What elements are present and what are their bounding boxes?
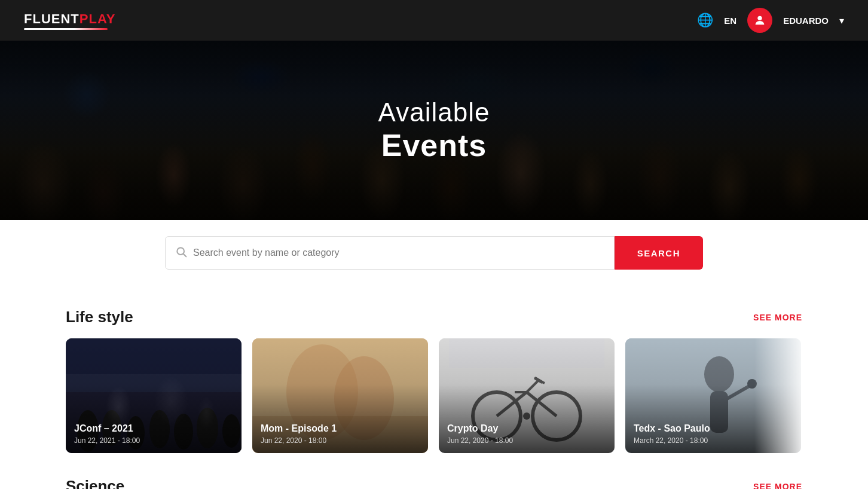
science-see-more[interactable]: SEE MORE xyxy=(753,482,802,490)
search-button[interactable]: SEARCH xyxy=(615,236,703,270)
card-tedx[interactable]: Tedx - Sao Paulo March 22, 2020 - 18:00 xyxy=(625,338,801,453)
avatar-icon xyxy=(753,14,766,27)
lifestyle-section-title: Life style xyxy=(66,308,133,326)
lifestyle-cards-container: JConf – 2021 Jun 22, 2021 - 18:00 xyxy=(66,338,802,453)
hero-title-line2: Events xyxy=(378,127,490,163)
science-section-header: Science SEE MORE xyxy=(66,477,802,489)
search-input[interactable] xyxy=(193,247,604,258)
card-jconf-info: JConf – 2021 Jun 22, 2021 - 18:00 xyxy=(74,423,140,445)
card-crypto[interactable]: Crypto Day Jun 22, 2020 - 18:00 xyxy=(439,338,615,453)
card-jconf-title: JConf – 2021 xyxy=(74,423,140,434)
search-input-wrap xyxy=(165,236,615,270)
svg-point-0 xyxy=(757,16,762,20)
lifestyle-section-header: Life style SEE MORE xyxy=(66,308,802,326)
nav-right: 🌐 EN EDUARDO ▾ xyxy=(697,8,844,33)
search-icon xyxy=(175,246,187,261)
username-label: EDUARDO xyxy=(783,16,829,26)
hero-content: Available Events xyxy=(378,97,490,163)
card-crypto-date: Jun 22, 2020 - 18:00 xyxy=(447,436,513,445)
card-mom[interactable]: Mom - Episode 1 Jun 22, 2020 - 18:00 xyxy=(252,338,428,453)
logo[interactable]: FLUENTPLAY xyxy=(24,11,115,30)
language-selector[interactable]: EN xyxy=(724,16,736,26)
avatar[interactable] xyxy=(747,8,772,33)
card-mom-date: Jun 22, 2020 - 18:00 xyxy=(261,436,337,445)
card-tedx-title: Tedx - Sao Paulo xyxy=(634,423,710,434)
lifestyle-see-more[interactable]: SEE MORE xyxy=(753,313,802,322)
card-crypto-info: Crypto Day Jun 22, 2020 - 18:00 xyxy=(447,423,513,445)
science-section-title: Science xyxy=(66,477,124,489)
card-crypto-title: Crypto Day xyxy=(447,423,513,434)
logo-play-text: PLAY xyxy=(80,11,116,26)
user-menu-chevron[interactable]: ▾ xyxy=(839,15,844,26)
card-tedx-info: Tedx - Sao Paulo March 22, 2020 - 18:00 xyxy=(634,423,710,445)
card-mom-info: Mom - Episode 1 Jun 22, 2020 - 18:00 xyxy=(261,423,337,445)
globe-icon[interactable]: 🌐 xyxy=(697,13,713,28)
logo-underline xyxy=(24,28,108,30)
hero-title-line1: Available xyxy=(378,97,490,127)
main-content: Life style SEE MORE xyxy=(0,286,868,489)
search-bar-section: SEARCH xyxy=(0,219,868,286)
lifestyle-cards-row: JConf – 2021 Jun 22, 2021 - 18:00 xyxy=(66,338,802,453)
card-jconf[interactable]: JConf – 2021 Jun 22, 2021 - 18:00 xyxy=(66,338,242,453)
logo-fluent-text: FLUENT xyxy=(24,11,80,26)
card-mom-title: Mom - Episode 1 xyxy=(261,423,337,434)
svg-line-2 xyxy=(184,253,187,256)
card-jconf-date: Jun 22, 2021 - 18:00 xyxy=(74,436,140,445)
card-tedx-date: March 22, 2020 - 18:00 xyxy=(634,436,710,445)
search-container: SEARCH xyxy=(165,236,703,270)
navbar: FLUENTPLAY 🌐 EN EDUARDO ▾ xyxy=(0,0,868,41)
hero-section: Available Events xyxy=(0,41,868,220)
section-gap xyxy=(66,453,802,477)
